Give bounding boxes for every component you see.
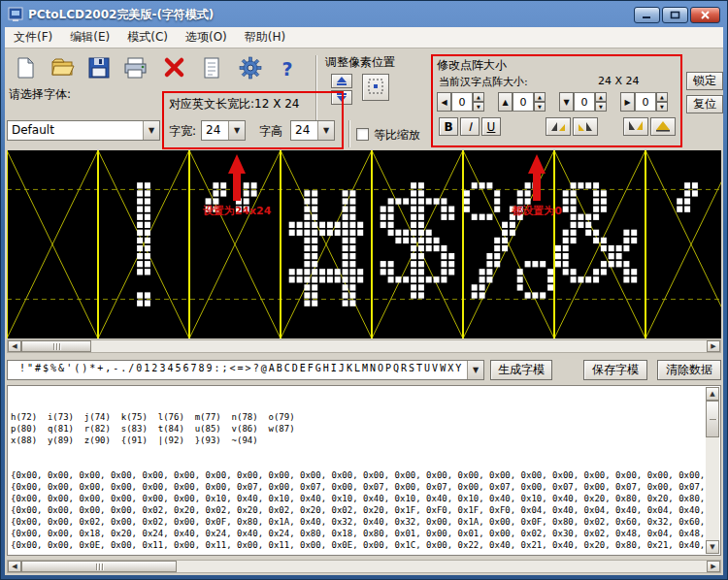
pixel-center-button[interactable]	[362, 74, 389, 101]
down-arrow-icon[interactable]: ▼	[559, 92, 574, 112]
open-folder-icon	[50, 56, 75, 82]
delete-button[interactable]	[158, 53, 191, 84]
reset-button[interactable]: 复位	[686, 95, 723, 113]
hex-line: {0x00, 0x00, 0x00, 0x00, 0x00, 0x00, 0x0…	[11, 469, 704, 481]
left-arrow-icon[interactable]: ◀	[437, 92, 451, 112]
char-width-select[interactable]: 24 ▼	[201, 120, 246, 141]
chevron-down-icon[interactable]: ▼	[467, 361, 483, 379]
matrix-offset-field-right[interactable]: 0	[635, 92, 656, 112]
char-list-select[interactable]: !"#$%&'()*+,-./0123456789:;<=>?@ABCDEFGH…	[7, 360, 484, 380]
new-document-icon	[15, 56, 36, 82]
lcd-canvas[interactable]: 设置为24x24都设置为0	[7, 150, 721, 338]
output-area[interactable]: h(72) i(73) j(74) k(75) l(76) m(77) n(78…	[7, 385, 721, 556]
settings-button[interactable]	[234, 53, 267, 84]
generate-font-button[interactable]: 生成字模	[490, 360, 552, 380]
char-height-value: 24	[291, 121, 317, 140]
step-up-icon[interactable]: ▲	[473, 92, 484, 102]
scroll-down-icon[interactable]: ▼	[706, 540, 719, 554]
output-hscrollbar: ◀ ▶	[7, 560, 721, 573]
output-vscroll-thumb[interactable]	[706, 401, 719, 437]
menu-item-options[interactable]: 选项(O)	[177, 27, 236, 48]
hex-line: {0x00, 0x00, 0x0E, 0x00, 0x11, 0x00, 0x1…	[11, 539, 704, 551]
bold-button[interactable]: B	[439, 117, 458, 136]
char-width-label: 字宽:	[169, 123, 196, 140]
new-button[interactable]	[9, 53, 42, 84]
rotate-left-button[interactable]	[546, 117, 571, 136]
right-arrow-icon[interactable]: ▶	[620, 92, 635, 112]
svg-text:都设置为0: 都设置为0	[511, 205, 562, 217]
current-matrix-label: 当前汉字点阵大小:	[439, 75, 528, 89]
char-size-panel: 对应英文长宽比:12 X 24 字宽: 24 ▼ 字高 24 ▼	[162, 91, 344, 149]
header-line: h(72) i(73) j(74) k(75) l(76) m(77) n(78…	[11, 411, 704, 423]
menu-item-edit[interactable]: 编辑(E)	[61, 27, 118, 48]
hex-line: {0x00, 0x00, 0x00, 0x00, 0x00, 0x00, 0x1…	[11, 493, 704, 504]
hex-line: {0x00, 0x00, 0x02, 0x00, 0x02, 0x00, 0x0…	[11, 516, 704, 528]
save-font-button[interactable]: 保存字模	[583, 360, 647, 380]
chevron-down-icon[interactable]: ▼	[228, 121, 245, 140]
hex-line: {0x00, 0x00, 0x18, 0x20, 0x24, 0x40, 0x2…	[11, 528, 704, 539]
underline-button[interactable]: U	[481, 117, 501, 136]
scroll-left-icon[interactable]: ◀	[8, 561, 21, 572]
header-line: p(80) q(81) r(82) s(83) t(84) u(85) v(86…	[11, 423, 704, 435]
clear-data-button[interactable]: 清除数据	[657, 360, 721, 380]
char-list-value: !"#$%&'()*+,-./0123456789:;<=>?@ABCDEFGH…	[8, 361, 467, 379]
dashed-box-icon	[367, 78, 384, 98]
app-icon	[8, 7, 23, 22]
pixel-adjust-label: 调整像素位置	[325, 54, 395, 71]
choose-font-label: 请选择字体:	[9, 86, 71, 103]
output-hscroll-thumb[interactable]	[21, 561, 177, 572]
print-button[interactable]	[119, 53, 152, 84]
window-title: PCtoLCD2002完美版-(字符模式)	[28, 7, 214, 23]
step-up-icon[interactable]: ▲	[595, 92, 607, 102]
hex-lines: {0x00, 0x00, 0x00, 0x00, 0x00, 0x00, 0x0…	[11, 469, 704, 553]
titlebar: PCtoLCD2002完美版-(字符模式)	[4, 3, 724, 26]
chevron-down-icon[interactable]: ▼	[317, 121, 334, 140]
flip-vertical-button[interactable]	[650, 117, 676, 136]
up-arrow-icon[interactable]: ▲	[498, 92, 513, 112]
app-window: PCtoLCD2002完美版-(字符模式) 文件(F)编辑(E)模式(C)选项(…	[0, 0, 728, 580]
menu-item-help[interactable]: 帮助(H)	[236, 27, 294, 48]
step-down-icon[interactable]: ▼	[595, 102, 607, 112]
flip-horizontal-button[interactable]	[623, 117, 648, 136]
rotate-right-icon	[577, 119, 594, 135]
minimize-button[interactable]	[634, 7, 660, 23]
save-button[interactable]	[83, 53, 116, 84]
lock-button[interactable]: 锁定	[686, 72, 723, 90]
matrix-panel-title: 修改点阵大小	[437, 57, 507, 74]
scroll-up-icon[interactable]: ▲	[706, 387, 719, 401]
canvas-hscrollbar: ◀ ▶	[7, 339, 721, 353]
menu-item-file[interactable]: 文件(F)	[5, 27, 61, 48]
save-floppy-icon	[87, 56, 111, 82]
menu-item-mode[interactable]: 模式(C)	[118, 27, 177, 48]
printer-icon	[123, 56, 149, 82]
red-x-icon	[162, 56, 187, 82]
stepper: ▲▼	[473, 92, 484, 112]
svg-text:设置为24x24: 设置为24x24	[203, 205, 272, 217]
close-button[interactable]	[690, 7, 720, 23]
scroll-left-icon[interactable]: ◀	[8, 340, 21, 352]
rotate-right-button[interactable]	[573, 117, 598, 136]
group-separator	[348, 120, 350, 147]
step-up-icon[interactable]: ▲	[534, 92, 546, 102]
step-down-icon[interactable]: ▼	[473, 102, 484, 112]
stepper: ▲▼	[534, 92, 546, 112]
help-button[interactable]: ?	[271, 53, 304, 84]
font-select[interactable]: Default ▼	[7, 120, 160, 141]
italic-button[interactable]: I	[460, 117, 480, 136]
chevron-down-icon[interactable]: ▼	[143, 121, 159, 140]
maximize-button[interactable]	[662, 7, 688, 23]
char-height-select[interactable]: 24 ▼	[290, 120, 335, 141]
pixel-up-button[interactable]	[331, 74, 352, 88]
scroll-right-icon[interactable]: ▶	[707, 340, 720, 352]
scroll-right-icon[interactable]: ▶	[707, 561, 720, 572]
canvas-hscroll-thumb[interactable]	[21, 340, 91, 352]
document-button[interactable]	[195, 53, 228, 84]
step-up-icon[interactable]: ▲	[656, 92, 668, 102]
matrix-offset-field-down[interactable]: 0	[574, 92, 595, 112]
matrix-offset-field-left[interactable]: 0	[451, 92, 473, 112]
step-down-icon[interactable]: ▼	[656, 102, 668, 112]
matrix-offset-field-up[interactable]: 0	[513, 92, 534, 112]
scale-checkbox[interactable]	[356, 128, 369, 141]
open-button[interactable]	[46, 53, 79, 84]
step-down-icon[interactable]: ▼	[534, 102, 546, 112]
